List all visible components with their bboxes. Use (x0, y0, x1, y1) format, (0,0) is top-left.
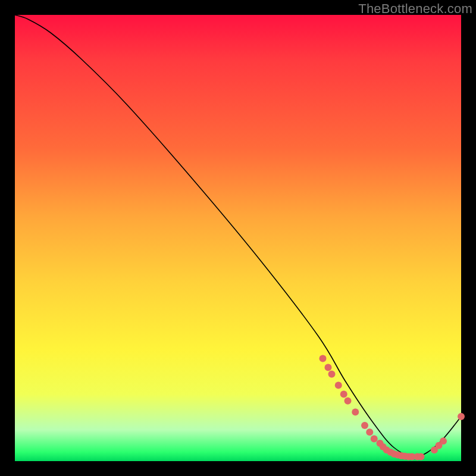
scatter-dot (458, 413, 465, 420)
scatter-dot (366, 428, 373, 436)
scatter-dot (418, 453, 425, 461)
scatter-dot (328, 371, 336, 378)
curve-layer (15, 15, 461, 461)
chart-frame: TheBottleneck.com (0, 0, 476, 476)
bottleneck-curve (15, 15, 461, 457)
scatter-dot (345, 397, 352, 405)
scatter-dot (361, 422, 368, 429)
scatter-dot (335, 382, 342, 389)
scatter-dot (340, 391, 347, 398)
plot-area (15, 15, 461, 461)
scatter-dot (352, 409, 359, 416)
scatter-dot (371, 436, 378, 443)
scatter-dots (320, 355, 465, 461)
scatter-dot (325, 364, 332, 371)
scatter-dot (440, 437, 447, 444)
scatter-dot (320, 355, 327, 362)
